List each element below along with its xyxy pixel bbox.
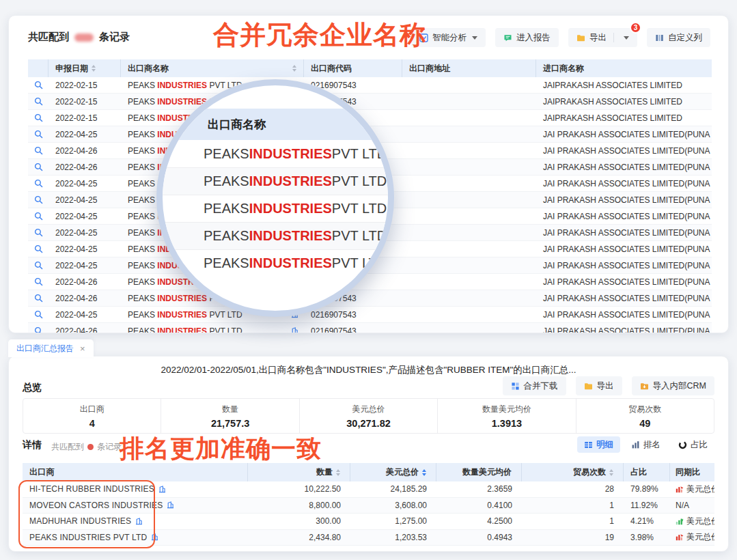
sort-icon[interactable] xyxy=(292,65,296,72)
columns-icon xyxy=(655,33,664,42)
export-report-button[interactable]: 导出 xyxy=(576,376,622,395)
record-row[interactable]: 2022-02-15PEAKS INDUSTRIES PVT LTD021690… xyxy=(28,77,712,94)
view-detail-label: 明细 xyxy=(596,439,613,451)
declare-date-cell: 2022-04-25 xyxy=(48,179,121,188)
exporter-summary-row[interactable]: PEAKS INDUSTRIES PVT LTD2,434.801,203.53… xyxy=(23,530,714,546)
col-usd-total[interactable]: 美元总价 xyxy=(350,463,436,481)
importer-name-cell: JAI PRAKASH ASSOCIATES LIMITED(PUNA xyxy=(536,179,712,188)
record-row[interactable]: 2022-02-15PEAKS INDUSTRIES PVT LTD021690… xyxy=(28,110,712,126)
chevron-down-icon xyxy=(624,36,629,40)
col-share: 占比 xyxy=(624,463,670,481)
magnified-exporter-name: PEAKS INDUSTRIES PVT LTD xyxy=(163,249,388,277)
usd-total-cell: 1,203.53 xyxy=(350,533,436,542)
summary-toolbar: 合并下载 导出 导入内部CRM xyxy=(503,376,714,395)
exporter-cell: PEAKS INDUSTRIES PVT LTD xyxy=(23,533,248,542)
export-button[interactable]: 导出 3 xyxy=(568,28,637,47)
col-importer-name: 进口商名称 xyxy=(536,59,712,77)
enter-report-button[interactable]: 进入报告 xyxy=(495,28,559,47)
importer-name-cell: JAI PRAKASH ASSOCIATES LIMITED(PUNA xyxy=(536,294,712,303)
col-trade-count[interactable]: 贸易次数 xyxy=(522,463,624,481)
company-icon[interactable] xyxy=(291,327,298,333)
col-exporter-name[interactable]: 出口商名称 xyxy=(121,59,304,77)
yoy-cell: N/A xyxy=(670,501,714,510)
exporter-cell: MADHUHAR INDUSTRIES xyxy=(23,516,248,526)
stat-value: 30,271.82 xyxy=(300,418,437,429)
company-icon[interactable] xyxy=(167,501,174,509)
col-avg-price: 数量美元均价 xyxy=(436,463,522,481)
declare-date-cell: 2022-02-15 xyxy=(48,97,121,107)
close-icon[interactable]: × xyxy=(80,344,85,354)
exporter-cell: HI-TECH RUBBER INDUSTRIES xyxy=(23,484,248,494)
search-icon[interactable] xyxy=(34,212,43,221)
col-quantity[interactable]: 数量 xyxy=(248,463,350,481)
record-row[interactable]: 2022-04-26PEAKS INDUSTRIES PVT LTD021690… xyxy=(28,323,712,333)
avg-price-cell: 0.4100 xyxy=(436,501,522,510)
search-icon[interactable] xyxy=(34,261,43,270)
summary-stat: 美元总价30,271.82 xyxy=(300,399,438,433)
company-icon[interactable] xyxy=(151,533,158,541)
summary-stat: 出口商4 xyxy=(23,399,161,433)
company-icon[interactable] xyxy=(135,518,143,525)
search-icon[interactable] xyxy=(34,244,43,253)
record-row[interactable]: 2022-04-25PEAKS INDUSTRIES PVT LTD021690… xyxy=(28,307,712,323)
search-icon[interactable] xyxy=(34,228,43,237)
declare-date-cell: 2022-02-15 xyxy=(48,81,121,90)
import-crm-button[interactable]: 导入内部CRM xyxy=(632,376,714,395)
stat-value: 49 xyxy=(576,418,714,429)
importer-name-cell: JAI PRAKASH ASSOCIATES LIMITED(PUNA xyxy=(536,326,712,333)
magnified-exporter-name: PEAKS INDUSTRIES PVT LTD xyxy=(163,140,388,167)
record-row[interactable]: 2022-04-26PEAKS INDUSTRIES PVT LTD021690… xyxy=(28,274,712,290)
declare-date-cell: 2022-02-15 xyxy=(48,113,121,123)
view-ranking-button[interactable]: 排名 xyxy=(624,436,667,453)
custom-columns-label: 自定义列 xyxy=(668,32,702,44)
avg-price-cell: 4.2500 xyxy=(436,516,522,526)
search-icon[interactable] xyxy=(34,146,43,155)
search-icon[interactable] xyxy=(34,294,43,303)
custom-columns-button[interactable]: 自定义列 xyxy=(647,28,710,47)
sort-icon[interactable] xyxy=(609,469,613,476)
record-row[interactable]: 2022-02-15PEAKS INDUSTRIES PVT LTD021690… xyxy=(28,94,712,110)
col-exporter-code: 出口商代码 xyxy=(304,59,402,77)
company-icon[interactable] xyxy=(158,486,166,493)
magnifier-overlay: 出口商名称 PEAKS INDUSTRIES PVT LTDPEAKS INDU… xyxy=(156,79,394,317)
sort-icon[interactable] xyxy=(422,469,426,476)
search-icon[interactable] xyxy=(34,163,43,171)
merge-download-button[interactable]: 合并下载 xyxy=(503,376,566,395)
search-icon[interactable] xyxy=(34,81,43,89)
trend-down-icon xyxy=(676,533,684,541)
declare-date-cell: 2022-04-26 xyxy=(48,294,121,303)
search-icon[interactable] xyxy=(34,277,43,286)
search-icon[interactable] xyxy=(34,326,43,333)
exporter-summary-row[interactable]: MOVEON CASTORS INDUSTRIES8,800.003,608.0… xyxy=(23,498,714,514)
share-cell: 4.21% xyxy=(624,516,670,526)
view-detail-button[interactable]: 明细 xyxy=(577,436,620,453)
declare-date-cell: 2022-04-25 xyxy=(48,310,121,320)
tab-exporter-summary-report[interactable]: 出口商汇总报告 × xyxy=(8,339,94,357)
record-row[interactable]: 2022-04-26PEAKS INDUSTRIES PVT LTD021690… xyxy=(28,290,712,307)
sort-icon[interactable] xyxy=(336,469,340,476)
search-icon[interactable] xyxy=(34,195,43,204)
exporter-summary-row[interactable]: HI-TECH RUBBER INDUSTRIES10,222.5024,185… xyxy=(23,481,714,498)
bar-chart-icon xyxy=(631,440,640,449)
importer-name-cell: JAIPRAKASH ASSOCIATES LIMITED xyxy=(536,113,712,123)
view-share-button[interactable]: 占比 xyxy=(671,436,714,453)
declare-date-cell: 2022-04-26 xyxy=(48,277,121,287)
sort-icon[interactable] xyxy=(92,65,96,72)
col-declare-date[interactable]: 申报日期 xyxy=(48,59,121,77)
search-icon[interactable] xyxy=(34,310,43,319)
smart-analysis-label: 智能分析 xyxy=(432,32,467,44)
search-icon[interactable] xyxy=(34,179,43,188)
search-icon[interactable] xyxy=(34,97,43,106)
search-icon[interactable] xyxy=(34,113,43,122)
stat-label: 出口商 xyxy=(23,404,161,415)
declare-date-cell: 2022-04-25 xyxy=(48,130,121,139)
summary-stat: 数量美元均价1.3913 xyxy=(438,399,576,433)
exporter-summary-row[interactable]: MADHUHAR INDUSTRIES300.001,275.004.25001… xyxy=(23,514,714,530)
summary-stat: 数量21,757.3 xyxy=(161,399,299,433)
declare-date-cell: 2022-04-26 xyxy=(48,326,121,333)
declare-date-cell: 2022-04-26 xyxy=(48,163,121,172)
search-icon[interactable] xyxy=(34,130,43,139)
summary-panel: 2022/02/01-2022/05/01,出口商名称包含"INDUSTRIES… xyxy=(8,356,729,552)
stat-label: 贸易次数 xyxy=(576,404,714,415)
declare-date-cell: 2022-04-25 xyxy=(48,212,121,221)
